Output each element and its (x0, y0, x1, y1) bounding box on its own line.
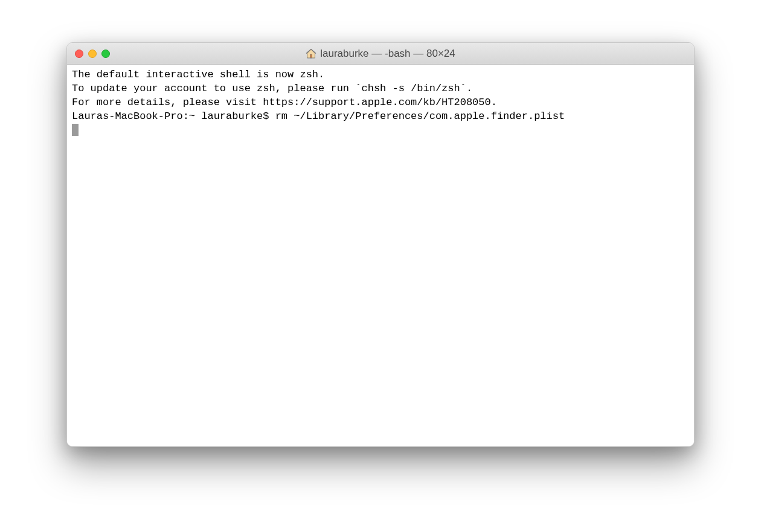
titlebar[interactable]: lauraburke — -bash — 80×24 (67, 43, 694, 65)
terminal-line: To update your account to use zsh, pleas… (72, 82, 689, 96)
traffic-lights (67, 50, 110, 58)
close-button[interactable] (75, 50, 83, 58)
window-title: lauraburke — -bash — 80×24 (320, 48, 455, 60)
titlebar-title-container: lauraburke — -bash — 80×24 (306, 48, 455, 60)
terminal-prompt-line: Lauras-MacBook-Pro:~ lauraburke$ rm ~/Li… (72, 110, 689, 124)
maximize-button[interactable] (101, 50, 110, 58)
cursor (72, 124, 79, 136)
svg-rect-0 (310, 54, 312, 58)
terminal-line: The default interactive shell is now zsh… (72, 68, 689, 82)
home-icon (306, 48, 316, 59)
terminal-prompt: Lauras-MacBook-Pro:~ lauraburke$ (72, 111, 275, 122)
terminal-body[interactable]: The default interactive shell is now zsh… (67, 65, 694, 446)
terminal-window: lauraburke — -bash — 80×24 The default i… (66, 42, 695, 447)
minimize-button[interactable] (88, 50, 97, 58)
terminal-line: For more details, please visit https://s… (72, 96, 689, 110)
terminal-command: rm ~/Library/Preferences/com.apple.finde… (275, 111, 565, 122)
